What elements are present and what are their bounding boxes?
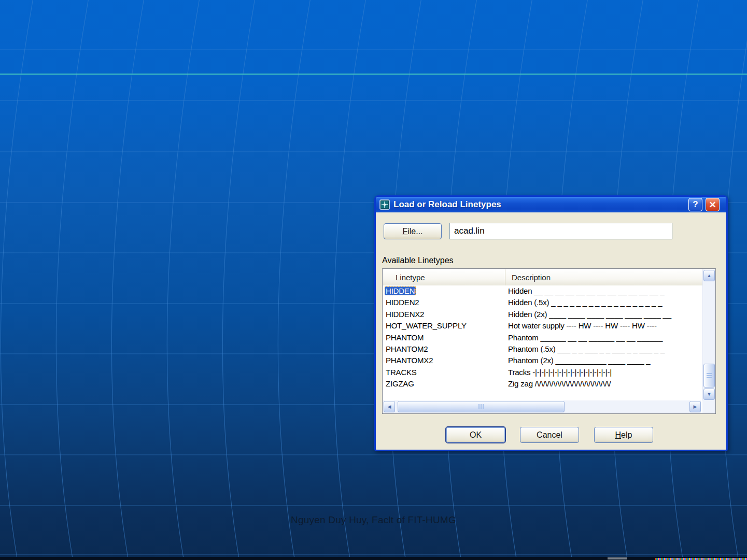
help-button[interactable]: Help bbox=[594, 427, 653, 443]
scroll-right-icon[interactable]: ▶ bbox=[689, 401, 701, 412]
bottom-edge-artifact bbox=[608, 557, 627, 559]
list-item[interactable]: HIDDEN Hidden __ __ __ __ __ __ __ __ __… bbox=[383, 285, 702, 297]
linetype-dialog-icon bbox=[379, 199, 390, 210]
list-header: Linetype Description bbox=[383, 269, 702, 286]
thumb-grip bbox=[707, 373, 712, 379]
scroll-up-icon[interactable]: ▲ bbox=[703, 270, 715, 281]
bottom-edge-strip bbox=[0, 557, 747, 560]
close-icon[interactable]: ✕ bbox=[706, 198, 720, 211]
scroll-left-icon[interactable]: ◀ bbox=[384, 401, 395, 412]
linetype-listbox: Linetype Description HIDDEN Hidden __ __… bbox=[382, 268, 716, 414]
selected-linetype[interactable]: HIDDEN bbox=[385, 286, 416, 295]
dialog-titlebar[interactable]: Load or Reload Linetypes ? ✕ bbox=[376, 197, 726, 212]
list-item[interactable]: HIDDENX2 Hidden (2x) ____ ____ ____ ____… bbox=[383, 309, 702, 320]
list-item[interactable]: HIDDEN2 Hidden (.5x) _ _ _ _ _ _ _ _ _ _… bbox=[383, 297, 702, 308]
file-button[interactable]: File... bbox=[384, 223, 442, 239]
bottom-noise-artifact bbox=[655, 558, 747, 560]
thumb-grip bbox=[478, 404, 485, 409]
horizontal-scrollbar[interactable]: ◀ ▶ bbox=[383, 400, 701, 413]
list-item[interactable]: ZIGZAG Zig zag /\/\/\/\/\/\/\/\/\/\/\/\/… bbox=[383, 378, 702, 390]
dialog-help-button[interactable]: ? bbox=[688, 198, 702, 211]
load-linetypes-dialog: Load or Reload Linetypes ? ✕ File... Ava… bbox=[374, 195, 728, 451]
dialog-title: Load or Reload Linetypes bbox=[393, 199, 501, 210]
list-item[interactable]: PHANTOMX2 Phantom (2x) ____________ ____… bbox=[383, 355, 702, 366]
cancel-button[interactable]: Cancel bbox=[520, 427, 579, 443]
column-header-linetype[interactable]: Linetype bbox=[383, 269, 505, 285]
scroll-down-icon[interactable]: ▼ bbox=[703, 389, 715, 400]
list-item[interactable]: PHANTOM2 Phantom (.5x) ___ _ _ ___ _ _ _… bbox=[383, 343, 702, 355]
slide-background: { "window": { "title": "Load or Reload L… bbox=[0, 0, 747, 560]
list-rows: HIDDEN Hidden __ __ __ __ __ __ __ __ __… bbox=[383, 285, 702, 400]
vertical-scrollbar[interactable]: ▲ ▼ bbox=[702, 269, 715, 400]
slide-divider-line bbox=[0, 74, 747, 75]
footer-credit: Nguyen Duy Huy, Faclt of FIT-HUMG bbox=[0, 514, 747, 526]
ok-button[interactable]: OK bbox=[446, 427, 505, 443]
dialog-body: File... Available Linetypes Linetype Des… bbox=[376, 212, 726, 450]
vertical-scroll-thumb[interactable] bbox=[703, 364, 715, 387]
list-item[interactable]: HOT_WATER_SUPPLY Hot water supply ---- H… bbox=[383, 320, 702, 332]
horizontal-scroll-thumb[interactable] bbox=[398, 401, 565, 412]
available-linetypes-label: Available Linetypes bbox=[382, 256, 454, 265]
linetype-file-input[interactable] bbox=[449, 223, 672, 239]
scrollbar-corner bbox=[702, 400, 715, 413]
list-item[interactable]: PHANTOM Phantom ______ __ __ ______ __ _… bbox=[383, 332, 702, 343]
list-item[interactable]: TRACKS Tracks -|-|-|-|-|-|-|-|-|-|-|-|-|… bbox=[383, 367, 702, 378]
column-header-description[interactable]: Description bbox=[505, 269, 551, 285]
